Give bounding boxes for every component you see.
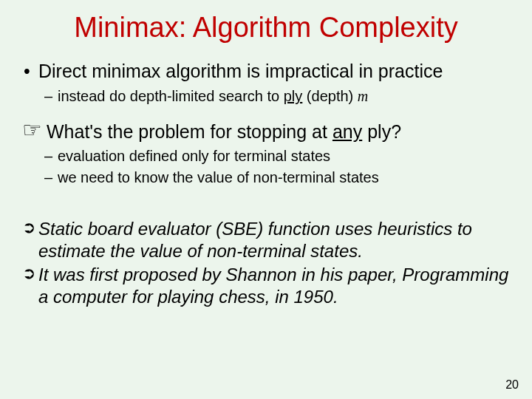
arrow-icon: ➲ [22,218,38,237]
arrow-item-2: ➲ It was first proposed by Shannon in hi… [22,264,510,308]
slide-number: 20 [505,378,519,392]
slide: Minimax: Algorithm Complexity Direct min… [0,0,532,399]
text-fragment: It was first proposed by Shannon in his … [38,265,402,284]
slide-title: Minimax: Algorithm Complexity [22,12,510,44]
hand-point-icon: ☞ [22,119,42,141]
emph-any: any [332,121,362,142]
question-text: What's the problem for stopping at any p… [47,120,401,143]
subbullet-3: we need to know the value of non-termina… [22,168,510,187]
subbullet-1: instead do depth-limited search to ply (… [22,87,510,106]
callout-question: ☞ What's the problem for stopping at any… [22,120,510,143]
variable-m: m [358,88,368,104]
text-fragment: instead do depth-limited search to [58,88,284,104]
term-ply: ply [284,88,303,104]
arrow-icon: ➲ [22,264,38,283]
term-sbe: Static board evaluator (SBE) [38,219,263,239]
text-fragment: ply? [362,121,401,142]
arrow-item-1: ➲ Static board evaluator (SBE) function … [22,218,510,262]
subbullet-2: evaluation defined only for terminal sta… [22,147,510,166]
conclusion-block: ➲ Static board evaluator (SBE) function … [22,218,510,308]
arrow-text-1: Static board evaluator (SBE) function us… [38,218,510,262]
text-fragment: (depth) [302,88,357,104]
arrow-text-2: It was first proposed by Shannon in his … [38,264,510,308]
text-fragment: What's the problem for stopping at [47,121,332,142]
text-fragment: , in 1950. [265,287,338,307]
bullet-main-1: Direct minimax algorithm is impractical … [22,60,510,83]
